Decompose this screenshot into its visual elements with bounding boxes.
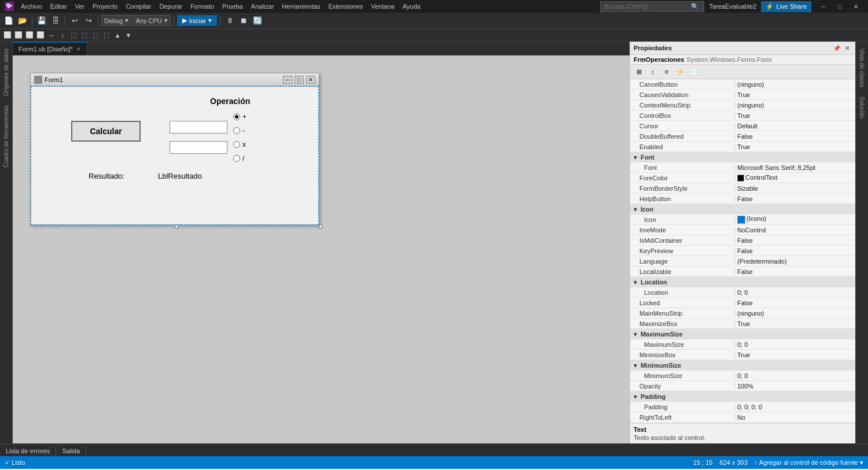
menu-ayuda[interactable]: Ayuda (399, 2, 424, 11)
menu-proyecto[interactable]: Proyecto (89, 2, 121, 11)
menu-ver[interactable]: Ver (71, 2, 88, 11)
open-btn[interactable]: 📂 (16, 14, 29, 27)
tab-close-btn[interactable]: ✕ (76, 46, 81, 52)
prop-name-keypreview: KeyPreview (630, 247, 734, 254)
menu-depurar[interactable]: Depurar (156, 2, 186, 11)
prop-value-minimumsize: 0; 0 (734, 372, 855, 379)
status-source-control[interactable]: ↑ Agregar al control de código fuente ▾ (755, 459, 863, 467)
align-top-btn[interactable]: ⬜ (24, 30, 35, 40)
center-horiz-btn[interactable]: ⬚ (90, 30, 101, 40)
bring-front-btn[interactable]: ▲ (112, 30, 123, 40)
menu-editar[interactable]: Editar (47, 2, 71, 11)
search-box[interactable]: 🔍 (600, 1, 704, 12)
menu-prueba[interactable]: Prueba (219, 2, 246, 11)
props-pin-btn[interactable]: 📌 (832, 43, 841, 53)
undo-btn[interactable]: ↩ (68, 14, 81, 27)
radio-mult[interactable]: x (233, 140, 246, 149)
search-input[interactable] (604, 3, 691, 10)
radio-div-label: / (242, 154, 244, 162)
sidebar-tab-herramientas[interactable]: Cuadro de herramientas (2, 101, 10, 172)
same-width-btn[interactable]: ↔ (46, 30, 57, 40)
align-bottom-btn[interactable]: ⬜ (35, 30, 46, 40)
prop-section-padding[interactable]: ▼Padding (630, 391, 855, 402)
form-body[interactable]: Operación Calcular + (31, 86, 319, 225)
radio-minus-circle (233, 127, 240, 134)
tab-salida[interactable]: Salida (56, 446, 86, 456)
cpu-label: Any CPU (135, 17, 161, 24)
prop-section-minimumsize[interactable]: ▼MinimumSize (630, 360, 855, 371)
save-btn[interactable]: 💾 (35, 14, 48, 27)
restore-button[interactable]: □ (832, 1, 847, 12)
live-share-button[interactable]: ⚡ Live Share (761, 1, 811, 12)
menu-compilar[interactable]: Compilar (122, 2, 155, 11)
redo-btn[interactable]: ↪ (82, 14, 95, 27)
prop-section-location[interactable]: ▼Location (630, 277, 855, 287)
prop-row-maximumsize: MaximumSize 0; 0 (630, 339, 855, 350)
new-project-btn[interactable]: 📄 (2, 14, 15, 27)
prop-section-icon-label: ▼Icon (630, 206, 734, 213)
form-minimize-btn[interactable]: ─ (283, 76, 292, 84)
send-back-btn[interactable]: ▼ (123, 30, 134, 40)
sidebar-tab-vista-clases[interactable]: Vista de clases (858, 44, 866, 92)
prop-name-imemode: ImeMode (630, 227, 734, 234)
prop-row-minimizebox: MinimizeBox True (630, 350, 855, 360)
minimize-button[interactable]: ─ (816, 1, 831, 12)
props-pg-btn[interactable]: 📄 (688, 66, 701, 77)
same-height-btn[interactable]: ↕ (57, 30, 68, 40)
props-close-btn[interactable]: ✕ (843, 43, 852, 53)
props-object-type: System.Windows.Forms.Form (686, 56, 771, 63)
resize-handle-bottom[interactable] (175, 225, 178, 228)
menu-analizar[interactable]: Analizar (248, 2, 278, 11)
sidebar-tab-solucion[interactable]: Solución (858, 92, 866, 123)
cpu-dropdown[interactable]: Any CPU ▾ (133, 15, 170, 26)
stop-btn[interactable]: ⏹ (237, 14, 250, 27)
tab-lista-errores[interactable]: Lista de errores (0, 446, 56, 456)
align-left-btn[interactable]: ⬜ (2, 30, 13, 40)
main-toolbar: 📄 📂 💾 🗄 ↩ ↪ Debug ▾ Any CPU ▾ ▶ Iniciar … (0, 13, 868, 29)
props-header-buttons: 📌 ✕ (832, 43, 852, 53)
props-sort-cat-btn[interactable]: ⊞ (632, 66, 645, 77)
refresh-btn[interactable]: 🔄 (251, 14, 264, 27)
tab-form1-design[interactable]: Form1.vb [Diseño]* ✕ (13, 42, 87, 55)
radio-minus[interactable]: - (233, 127, 245, 135)
menu-bar[interactable]: Archivo Editar Ver Proyecto Compilar Dep… (17, 2, 424, 11)
prop-section-maximumsize[interactable]: ▼MaximumSize (630, 329, 855, 339)
center-vert-btn[interactable]: ⬚ (101, 30, 112, 40)
prop-section-font[interactable]: ▼Font (630, 152, 855, 162)
prop-row-mainmenustrip: MainMenuStrip (ninguno) (630, 308, 855, 319)
prop-value-icon: (Icono) (734, 215, 855, 223)
save-all-btn[interactable]: 🗄 (49, 14, 62, 27)
start-btn[interactable]: ▶ Iniciar ▾ (177, 15, 217, 26)
menu-herramientas[interactable]: Herramientas (278, 2, 323, 11)
prop-name-forecolor: ForeColor (630, 175, 734, 182)
prop-value-locked: False (734, 299, 855, 306)
form-restore-btn[interactable]: □ (295, 76, 304, 84)
vert-space-btn[interactable]: ⬚ (79, 30, 90, 40)
menu-archivo[interactable]: Archivo (17, 2, 46, 11)
prop-row-locked: Locked False (630, 298, 855, 308)
calcular-button[interactable]: Calcular (71, 121, 141, 142)
menu-extensiones[interactable]: Extensiones (325, 2, 366, 11)
resize-handle-corner[interactable] (319, 225, 322, 228)
menu-formato[interactable]: Formato (187, 2, 218, 11)
menu-ventana[interactable]: Ventana (367, 2, 398, 11)
form-close-btn[interactable]: ✕ (306, 76, 315, 84)
designer-canvas[interactable]: Form1 ─ □ ✕ Operación Calcular (13, 55, 630, 443)
prop-section-icon[interactable]: ▼Icon (630, 204, 855, 214)
radio-plus[interactable]: + (233, 113, 247, 121)
radio-div[interactable]: / (233, 154, 244, 162)
pause-btn[interactable]: ⏸ (223, 14, 236, 27)
props-event-btn[interactable]: ⚡ (674, 66, 687, 77)
prop-row-formborderstyle: FormBorderStyle Sizable (630, 183, 855, 194)
props-list[interactable]: CancelButton (ninguno) CausesValidation … (630, 79, 855, 423)
prop-name-cancelbutton: CancelButton (630, 81, 734, 88)
input-box-2[interactable] (170, 141, 227, 154)
props-prop-btn[interactable]: ≡ (660, 66, 673, 77)
props-sort-alpha-btn[interactable]: ↕ (646, 66, 659, 77)
input-box-1[interactable] (170, 121, 227, 134)
close-button[interactable]: ✕ (848, 1, 863, 12)
sidebar-tab-origenes[interactable]: Orígenes de datos (2, 44, 10, 101)
debug-mode-dropdown[interactable]: Debug ▾ (101, 15, 131, 26)
align-right-btn[interactable]: ⬜ (13, 30, 24, 40)
horiz-space-btn[interactable]: ⬚ (68, 30, 79, 40)
